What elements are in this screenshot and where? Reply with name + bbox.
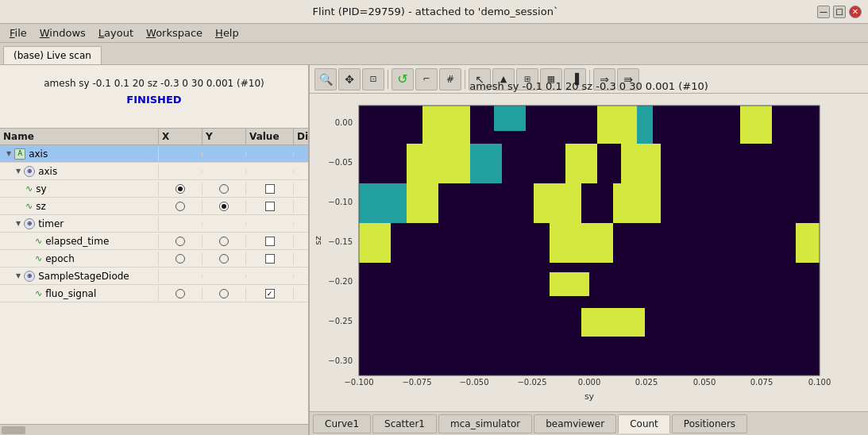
tree-cell-x[interactable]: [159, 235, 203, 248]
tree-cell-y: [203, 170, 246, 173]
svg-text:−0.025: −0.025: [517, 378, 546, 387]
close-button[interactable]: ✕: [849, 6, 862, 18]
svg-rect-13: [407, 144, 470, 183]
y-radio-sz[interactable]: [219, 202, 229, 211]
tree-row[interactable]: ∿ sz: [0, 198, 308, 215]
menu-help[interactable]: Help: [209, 25, 245, 40]
tab-positioners[interactable]: Positioners: [672, 414, 747, 433]
svg-rect-19: [661, 144, 820, 183]
svg-text:−0.25: −0.25: [328, 317, 353, 325]
value-check-sz[interactable]: [265, 202, 275, 211]
expand-icon[interactable]: ▼: [6, 150, 11, 157]
tree-cell-name: ▼ ⊕ timer: [0, 217, 159, 231]
tree-row[interactable]: ▼ A axis: [0, 145, 308, 163]
right-panel: 🔍 ✥ ⊡ ↺ ⌐ # ↖ ▲ ⊞ ▦ ▐ ⇒ ⇛ amesh sy -0.1 …: [310, 65, 868, 435]
tab-mca-simulator[interactable]: mca_simulator: [438, 414, 532, 433]
value-check-epoch[interactable]: [265, 254, 275, 264]
menu-windows[interactable]: Windows: [33, 25, 92, 40]
y-radio-fluo[interactable]: [219, 289, 229, 298]
col-name: Name: [0, 129, 159, 144]
svg-rect-6: [597, 106, 637, 144]
tree-cell-di: [294, 257, 308, 260]
minimize-button[interactable]: —: [817, 6, 830, 18]
tree-row[interactable]: ∿ fluo_signal ✓: [0, 285, 308, 302]
tree-cell-di: [294, 187, 308, 191]
menu-workspace[interactable]: Workspace: [140, 25, 209, 40]
tab-curve1[interactable]: Curve1: [313, 414, 371, 433]
tree-row[interactable]: ∿ elapsed_time: [0, 233, 308, 250]
x-radio-elapsed[interactable]: [176, 237, 185, 246]
y-radio-epoch[interactable]: [219, 254, 229, 264]
col-value: Value: [246, 129, 294, 144]
menu-file[interactable]: File: [3, 25, 33, 40]
tree-cell-x[interactable]: [159, 183, 203, 195]
tab-beamviewer[interactable]: beamviewer: [534, 414, 616, 433]
tree-cell-value[interactable]: [246, 252, 294, 265]
menu-layout[interactable]: Layout: [92, 25, 140, 40]
value-check-sy[interactable]: [265, 184, 275, 194]
svg-rect-23: [534, 183, 581, 223]
y-radio-sy[interactable]: [219, 184, 229, 194]
svg-rect-39: [359, 342, 820, 375]
tree-cell-x[interactable]: [159, 252, 203, 265]
svg-text:−0.075: −0.075: [402, 378, 431, 387]
svg-text:sy: sy: [584, 391, 594, 402]
expand-icon[interactable]: ▼: [16, 272, 21, 279]
tree-cell-name: ▼ ⊕ SampleStageDiode: [0, 269, 159, 283]
svg-rect-7: [637, 106, 653, 144]
tree-row[interactable]: ▼ ⊕ timer: [0, 215, 308, 233]
tree-cell-x[interactable]: [159, 200, 203, 213]
tab-count[interactable]: Count: [618, 414, 670, 433]
expand-icon[interactable]: ▼: [16, 167, 21, 175]
tree-row[interactable]: ∿ epoch: [0, 250, 308, 268]
y-radio-elapsed[interactable]: [219, 237, 229, 246]
x-radio-sz[interactable]: [176, 202, 185, 211]
node-label: timer: [38, 218, 64, 229]
svg-rect-21: [407, 183, 438, 223]
left-scrollbar[interactable]: [0, 424, 308, 435]
tree-cell-value: [246, 275, 294, 278]
svg-rect-2: [422, 106, 470, 144]
tree-cell-di: [294, 205, 308, 208]
plot-area: amesh sy -0.1 0.1 20 sz -0.3 0 30 0.001 …: [310, 94, 868, 411]
tree-cell-x: [159, 152, 203, 156]
maximize-button[interactable]: □: [833, 6, 846, 18]
svg-text:0.100: 0.100: [808, 378, 831, 387]
tree-cell-y[interactable]: [203, 235, 246, 248]
value-check-elapsed[interactable]: [265, 237, 275, 246]
tree-cell-value[interactable]: [246, 200, 294, 213]
curve-icon: ∿: [35, 288, 42, 298]
tree-cell-name: ∿ sz: [0, 199, 159, 214]
tree-cell-name: ∿ sy: [0, 182, 159, 196]
tree-cell-y[interactable]: [203, 183, 246, 195]
window-controls[interactable]: — □ ✕: [817, 6, 862, 18]
curve-icon: ∿: [25, 201, 33, 211]
svg-text:0.00: 0.00: [334, 118, 352, 127]
group-type-icon: ⊕: [24, 218, 35, 229]
svg-rect-25: [613, 183, 661, 223]
value-check-fluo[interactable]: ✓: [265, 289, 275, 298]
svg-text:0.000: 0.000: [577, 378, 600, 387]
node-label: epoch: [45, 253, 75, 264]
tree-row[interactable]: ∿ sy: [0, 180, 308, 198]
svg-rect-17: [597, 144, 621, 183]
x-radio-fluo[interactable]: [176, 289, 185, 298]
tree-cell-y[interactable]: [203, 287, 246, 300]
left-panel: amesh sy -0.1 0.1 20 sz -0.3 0 30 0.001 …: [0, 65, 310, 435]
x-radio-epoch[interactable]: [176, 254, 185, 264]
tree-cell-value[interactable]: [246, 183, 294, 195]
tree-cell-di: [294, 222, 308, 225]
tab-scatter1[interactable]: Scatter1: [372, 414, 437, 433]
tree-cell-value[interactable]: ✓: [246, 287, 294, 300]
tree-row[interactable]: ▼ ⊕ axis: [0, 163, 308, 180]
tree-cell-x[interactable]: [159, 287, 203, 300]
tree-row[interactable]: ▼ ⊕ SampleStageDiode: [0, 268, 308, 285]
tree-cell-y[interactable]: [203, 200, 246, 213]
tree-cell-y[interactable]: [203, 252, 246, 265]
x-radio-sy[interactable]: [176, 184, 185, 194]
tree-cell-value[interactable]: [246, 235, 294, 248]
bottom-tab-row: Curve1 Scatter1 mca_simulator beamviewer…: [310, 411, 868, 435]
expand-icon[interactable]: ▼: [16, 220, 21, 227]
live-scan-tab[interactable]: (base) Live scan: [3, 46, 102, 64]
tree-cell-name: ▼ ⊕ axis: [0, 164, 159, 179]
